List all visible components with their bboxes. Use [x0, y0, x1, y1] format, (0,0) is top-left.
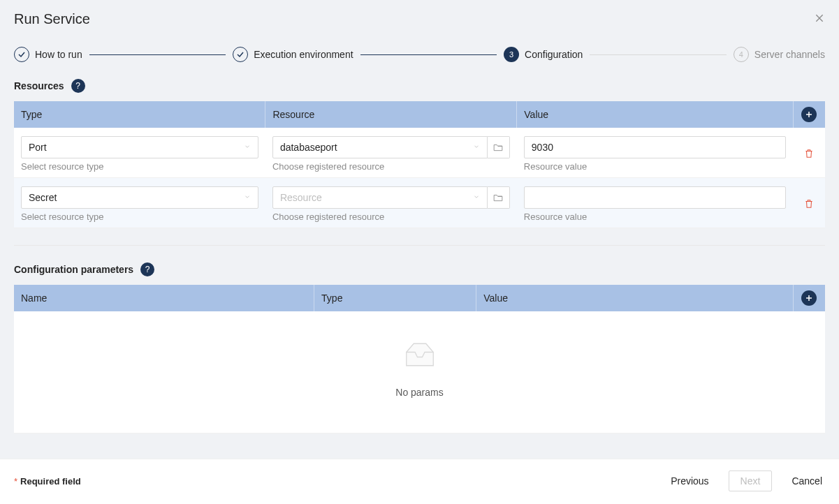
col-value: Value — [476, 285, 793, 311]
step-label: Server channels — [754, 49, 825, 60]
step-execution-environment[interactable]: Execution environment — [233, 47, 353, 62]
step-connector — [89, 54, 226, 55]
delete-row-button[interactable] — [804, 200, 814, 211]
cancel-button[interactable]: Cancel — [789, 471, 825, 491]
col-type: Type — [314, 285, 476, 311]
modal-header: Run Service — [0, 0, 839, 33]
select-value: databaseport — [280, 142, 473, 153]
check-icon — [14, 47, 29, 62]
field-hint: Select resource type — [21, 212, 258, 222]
field-hint: Choose registered resource — [272, 161, 510, 172]
resource-value-wrapper — [524, 136, 786, 158]
col-type: Type — [14, 101, 265, 128]
wizard-stepper: How to run Execution environment 3 Confi… — [0, 33, 839, 79]
step-label: Configuration — [525, 49, 583, 60]
modal-title: Run Service — [14, 11, 90, 27]
empty-box-icon — [400, 339, 439, 370]
empty-text: No params — [395, 387, 443, 398]
help-icon[interactable]: ? — [71, 79, 85, 93]
add-resource-button[interactable] — [801, 107, 817, 122]
col-name: Name — [14, 285, 314, 311]
section-title: Configuration parameters — [14, 264, 133, 275]
step-how-to-run[interactable]: How to run — [14, 47, 82, 62]
col-actions — [793, 285, 825, 311]
select-value: Secret — [29, 192, 244, 203]
next-button[interactable]: Next — [729, 470, 773, 491]
delete-row-button[interactable] — [804, 149, 814, 161]
resource-value-input[interactable] — [532, 142, 778, 153]
check-icon — [233, 47, 248, 62]
resource-value-wrapper — [524, 186, 786, 209]
col-value: Value — [517, 101, 793, 128]
chevron-down-icon — [244, 193, 251, 202]
resource-row: Port Select resource type — [14, 128, 825, 178]
step-server-channels: 4 Server channels — [734, 47, 825, 62]
add-param-button[interactable] — [801, 290, 817, 306]
resource-type-select[interactable]: Port — [21, 136, 258, 158]
resources-table: Type Resource Value — [14, 101, 825, 228]
field-hint: Choose registered resource — [272, 212, 510, 222]
step-connector — [590, 54, 726, 55]
chevron-down-icon — [473, 193, 480, 202]
step-number-badge: 4 — [734, 47, 749, 62]
modal-footer: *Required field Previous Next Cancel — [0, 459, 839, 504]
run-service-modal: Run Service How to run Execution environ… — [0, 0, 839, 504]
step-number-badge: 3 — [504, 47, 519, 62]
section-header: Configuration parameters ? — [14, 262, 825, 276]
previous-button[interactable]: Previous — [668, 471, 711, 491]
footer-buttons: Previous Next Cancel — [668, 470, 825, 491]
browse-resource-button[interactable] — [488, 136, 510, 158]
section-header: Resources ? — [14, 79, 825, 93]
resource-select[interactable]: Resource — [272, 186, 488, 209]
field-hint: Select resource type — [21, 161, 258, 172]
col-actions — [793, 101, 825, 128]
field-hint: Resource value — [524, 212, 786, 222]
config-params-table: Name Type Value — [14, 285, 825, 433]
browse-resource-button[interactable] — [488, 186, 510, 209]
step-number: 3 — [509, 50, 513, 59]
select-placeholder: Resource — [280, 192, 473, 203]
empty-row: No params — [14, 311, 825, 433]
field-hint: Resource value — [524, 161, 786, 172]
resource-row: Secret Select resource type — [14, 178, 825, 228]
help-icon[interactable]: ? — [140, 262, 154, 276]
select-value: Port — [29, 142, 244, 153]
chevron-down-icon — [244, 143, 251, 151]
resource-select[interactable]: databaseport — [272, 136, 488, 158]
step-label: Execution environment — [254, 49, 353, 60]
section-title: Resources — [14, 80, 64, 91]
resources-section: Resources ? Type Resource Value — [0, 79, 839, 433]
step-number: 4 — [739, 50, 743, 59]
step-label: How to run — [35, 49, 82, 60]
step-configuration[interactable]: 3 Configuration — [504, 47, 583, 62]
resource-value-input[interactable] — [532, 192, 778, 203]
close-icon[interactable] — [814, 13, 825, 26]
chevron-down-icon — [473, 143, 480, 151]
section-divider — [14, 245, 825, 246]
col-resource: Resource — [265, 101, 517, 128]
required-note: *Required field — [14, 476, 81, 487]
resource-type-select[interactable]: Secret — [21, 186, 258, 209]
step-connector — [360, 54, 497, 55]
empty-state: No params — [14, 311, 825, 433]
required-text: Required field — [20, 476, 81, 487]
